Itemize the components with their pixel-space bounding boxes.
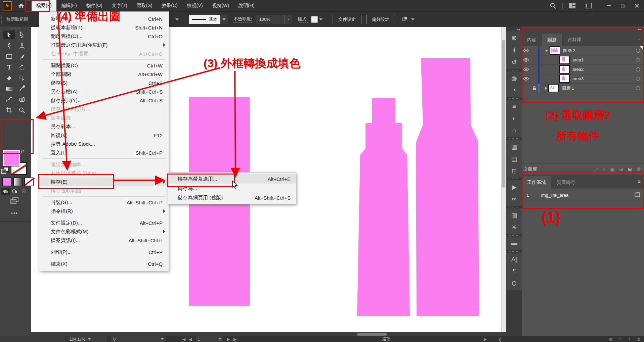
swap-fill-stroke-icon[interactable]: ⇄: [21, 149, 25, 154]
eraser-tool[interactable]: [3, 74, 15, 82]
collapse-dock-icon[interactable]: ◂◂: [506, 27, 522, 31]
eyedropper-tool[interactable]: [16, 84, 28, 93]
target-circle-icon[interactable]: [636, 77, 640, 81]
next-artboard-icon[interactable]: ▶: [227, 337, 230, 342]
file-menu-item[interactable]: 搜尋 Adobe Stock...: [39, 140, 169, 148]
color-mode-none-chip[interactable]: [24, 178, 34, 186]
file-menu-item[interactable]: 檔案資訊(I)...Alt+Shift+Ctrl+I: [39, 236, 169, 245]
move-up-icon[interactable]: ↥: [619, 337, 622, 341]
file-menu-item[interactable]: 置入(L)...Shift+Ctrl+P: [39, 148, 169, 157]
layer-thumbnail[interactable]: [559, 75, 570, 83]
draw-normal-mode-icon[interactable]: [1, 188, 10, 195]
artboard-tool[interactable]: [3, 106, 15, 114]
export-submenu-item[interactable]: 轉存為螢幕適用...Alt+Ctrl+E: [168, 174, 296, 184]
artboard-page-icon[interactable]: [635, 192, 640, 198]
align-options-icon[interactable]: [402, 16, 415, 22]
lock-icon[interactable]: [530, 86, 538, 90]
opacity-input[interactable]: 100%: [256, 15, 285, 24]
locate-object-icon[interactable]: ⌕: [603, 166, 605, 172]
zoom-level-dropdown[interactable]: 104.17%: [67, 336, 107, 342]
layer-thumbnail[interactable]: [559, 65, 570, 74]
file-menu-item[interactable]: 封裝(G)...Alt+Shift+Ctrl+P: [39, 198, 169, 207]
workspace-switcher-icon[interactable]: [569, 3, 575, 8]
navigator-icon[interactable]: ▦: [506, 141, 522, 153]
file-menu-item[interactable]: 文件設定(D)...Alt+Ctrl+P: [39, 218, 169, 227]
file-menu-item[interactable]: 儲存(S)Ctrl+S: [39, 79, 169, 87]
menubar-item[interactable]: 選取(S): [132, 0, 157, 11]
opentype-icon[interactable]: O: [506, 278, 522, 290]
draw-behind-mode-icon[interactable]: [10, 188, 19, 195]
default-fill-stroke-icon[interactable]: [1, 167, 9, 174]
dock-group-separator[interactable]: [509, 207, 519, 207]
dock-group-separator[interactable]: [509, 70, 519, 70]
curvature-tool[interactable]: [16, 41, 28, 50]
layer-name[interactable]: area2: [572, 67, 584, 72]
expand-panels-icon[interactable]: ▸▸: [522, 27, 644, 32]
close-button[interactable]: [630, 0, 644, 11]
new-layer-icon[interactable]: ⊞: [628, 166, 632, 172]
tab-資產轉存[interactable]: 資產轉存: [551, 176, 581, 189]
last-artboard-icon[interactable]: ▶|: [233, 337, 238, 342]
paragraph-icon[interactable]: ¶: [506, 265, 522, 278]
shape-builder-tool[interactable]: [16, 95, 28, 104]
vertical-scrollbar[interactable]: [501, 27, 506, 332]
statusbar-play-icon[interactable]: ▶: [484, 337, 487, 342]
visibility-eye-icon[interactable]: [522, 67, 530, 71]
file-menu-item[interactable]: 打開最近使用過的檔案(F): [39, 41, 169, 49]
dock-group-separator[interactable]: [509, 251, 519, 252]
file-menu-item[interactable]: 結束(X)Ctrl+Q: [39, 259, 169, 268]
file-menu-item[interactable]: 全部關閉Alt+Ctrl+W: [39, 70, 169, 79]
file-menu-item[interactable]: 列印(P)...Ctrl+P: [39, 248, 169, 256]
menubar-item[interactable]: 物件(O): [82, 0, 107, 11]
properties-wheel-icon[interactable]: ☸: [506, 32, 522, 44]
magic-wand-tool[interactable]: [16, 74, 28, 82]
swatches-icon[interactable]: ▥: [506, 209, 522, 221]
stroke-style-dropdown-icon[interactable]: [220, 15, 228, 24]
tab-內容[interactable]: 內容: [522, 34, 542, 46]
file-menu-item[interactable]: 指令檔(R): [39, 207, 169, 215]
file-menu-item[interactable]: 新增(N)...Ctrl+N: [39, 14, 169, 23]
make-mask-icon[interactable]: ▣: [610, 166, 614, 172]
direct-selection-tool[interactable]: [16, 31, 28, 39]
first-artboard-icon[interactable]: |◀: [181, 337, 185, 342]
dock-group-separator[interactable]: [509, 138, 519, 139]
menubar-item[interactable]: 文字(T): [107, 0, 132, 11]
dock-group-separator[interactable]: [509, 235, 519, 236]
artboard-row[interactable]: 1img_link_area: [522, 189, 644, 201]
document-layout-icon[interactable]: [585, 3, 592, 8]
vertical-scrollbar-thumb[interactable]: [502, 40, 505, 188]
horizontal-scrollbar[interactable]: [31, 332, 506, 336]
file-menu-item[interactable]: 另存新檔(A)...Shift+Ctrl+S: [39, 87, 169, 96]
variable-width-dropdown-icon[interactable]: [175, 18, 179, 20]
dock-group-separator[interactable]: [509, 98, 519, 99]
file-menu-item[interactable]: 關閉檔案(C)Ctrl+W: [39, 61, 169, 70]
layer-name[interactable]: area3: [572, 76, 584, 81]
layer-name[interactable]: 圖層 2: [563, 48, 575, 54]
paintbrush-tool[interactable]: [16, 52, 28, 61]
file-menu-item[interactable]: 另存範本...: [39, 122, 169, 131]
fill-color-swatch[interactable]: [3, 150, 20, 166]
file-menu-item[interactable]: 轉存(E): [39, 178, 169, 186]
expand-chevron-icon[interactable]: [545, 87, 547, 90]
collect-for-export-icon[interactable]: ⤢: [594, 166, 598, 172]
zoom-tool[interactable]: [16, 106, 28, 114]
layer-thumbnail[interactable]: [550, 46, 560, 55]
transparency-icon[interactable]: ◐: [506, 112, 522, 125]
move-down-icon[interactable]: ↧: [628, 337, 631, 341]
target-circle-icon[interactable]: [636, 86, 640, 90]
edit-toolbar-icon[interactable]: •••: [11, 210, 18, 216]
expand-chevron-icon[interactable]: [545, 50, 548, 52]
type-tool[interactable]: T: [3, 63, 15, 71]
artboard-number-dropdown[interactable]: 1: [196, 336, 224, 342]
layer-row[interactable]: area2: [522, 65, 644, 74]
align-icon[interactable]: ▤: [506, 153, 522, 165]
gradient-panel-icon[interactable]: ▬: [506, 237, 522, 249]
layer-name[interactable]: 圖層 1: [562, 85, 574, 91]
restore-button[interactable]: [616, 0, 630, 11]
stroke-style-field[interactable]: 基本: [189, 15, 228, 24]
search-icon[interactable]: [550, 2, 556, 9]
pen-tool[interactable]: [3, 41, 15, 50]
artwork-area3[interactable]: [416, 58, 479, 316]
target-circle-icon[interactable]: [636, 58, 640, 62]
artboard-grid-icon[interactable]: ▦: [609, 337, 612, 341]
